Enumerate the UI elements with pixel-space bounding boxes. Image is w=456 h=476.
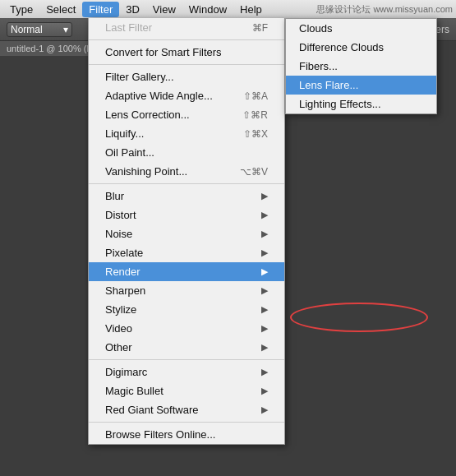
menu-stylize[interactable]: Stylize ▶: [89, 300, 284, 319]
menu-filter[interactable]: Filter: [82, 2, 119, 17]
menu-lens-correction[interactable]: Lens Correction... ⇧⌘R: [89, 105, 284, 124]
menu-adaptive[interactable]: Adaptive Wide Angle... ⇧⌘A: [89, 86, 284, 105]
pixelate-arrow-icon: ▶: [261, 247, 268, 258]
magic-bullet-arrow-icon: ▶: [261, 386, 268, 396]
stylize-arrow-icon: ▶: [261, 304, 268, 315]
render-submenu: Clouds Difference Clouds Fibers... Lens …: [285, 18, 437, 114]
submenu-lens-flare[interactable]: Lens Flare...: [286, 76, 436, 95]
noise-arrow-icon: ▶: [261, 229, 268, 239]
menu-noise[interactable]: Noise ▶: [89, 224, 284, 243]
menu-digimarc[interactable]: Digimarc ▶: [89, 363, 284, 381]
mode-select[interactable]: Normal ▾: [7, 22, 72, 37]
menu-magic-bullet[interactable]: Magic Bullet ▶: [89, 381, 284, 400]
submenu-lighting-effects[interactable]: Lighting Effects...: [286, 95, 436, 113]
watermark: 思缘设计论坛 www.missyuan.com: [316, 3, 453, 16]
filter-menu: Last Filter ⌘F Convert for Smart Filters…: [88, 18, 285, 445]
menu-red-giant[interactable]: Red Giant Software ▶: [89, 400, 284, 419]
other-arrow-icon: ▶: [261, 342, 268, 353]
menu-vanishing-point[interactable]: Vanishing Point... ⌥⌘V: [89, 162, 284, 181]
menu-blur[interactable]: Blur ▶: [89, 187, 284, 206]
separator-4: [89, 359, 284, 360]
menu-distort[interactable]: Distort ▶: [89, 206, 284, 224]
menu-oil-paint[interactable]: Oil Paint...: [89, 143, 284, 162]
submenu-difference-clouds[interactable]: Difference Clouds: [286, 38, 436, 57]
menu-filter-gallery[interactable]: Filter Gallery...: [89, 67, 284, 86]
render-arrow-icon: ▶: [261, 266, 268, 277]
menu-pixelate[interactable]: Pixelate ▶: [89, 243, 284, 262]
menu-video[interactable]: Video ▶: [89, 319, 284, 338]
menu-select[interactable]: Select: [39, 2, 82, 17]
menu-view[interactable]: View: [146, 2, 182, 17]
video-arrow-icon: ▶: [261, 323, 268, 334]
menu-3d[interactable]: 3D: [119, 2, 146, 17]
menubar: Type Select Filter 3D View Window Help 思…: [0, 0, 456, 18]
menu-window[interactable]: Window: [182, 2, 233, 17]
mode-label: Normal: [11, 24, 43, 35]
blur-arrow-icon: ▶: [261, 191, 268, 201]
menu-convert-smart[interactable]: Convert for Smart Filters: [89, 43, 284, 62]
distort-arrow-icon: ▶: [261, 210, 268, 220]
menu-browse[interactable]: Browse Filters Online...: [89, 425, 284, 444]
menu-render[interactable]: Render ▶: [89, 262, 284, 281]
sharpen-arrow-icon: ▶: [261, 285, 268, 296]
mode-arrow-icon: ▾: [63, 24, 68, 35]
submenu-fibers[interactable]: Fibers...: [286, 57, 436, 76]
digimarc-arrow-icon: ▶: [261, 367, 268, 377]
menu-other[interactable]: Other ▶: [89, 338, 284, 357]
separator-1: [89, 39, 284, 40]
separator-3: [89, 183, 284, 184]
red-giant-arrow-icon: ▶: [261, 404, 268, 415]
submenu-clouds[interactable]: Clouds: [286, 19, 436, 38]
lens-flare-highlight-oval: [290, 303, 428, 332]
menu-help[interactable]: Help: [233, 2, 269, 17]
separator-2: [89, 64, 284, 65]
menu-sharpen[interactable]: Sharpen ▶: [89, 281, 284, 300]
separator-5: [89, 422, 284, 423]
menu-type[interactable]: Type: [3, 2, 39, 17]
menu-liquify[interactable]: Liquify... ⇧⌘X: [89, 124, 284, 143]
menu-last-filter[interactable]: Last Filter ⌘F: [89, 18, 284, 37]
